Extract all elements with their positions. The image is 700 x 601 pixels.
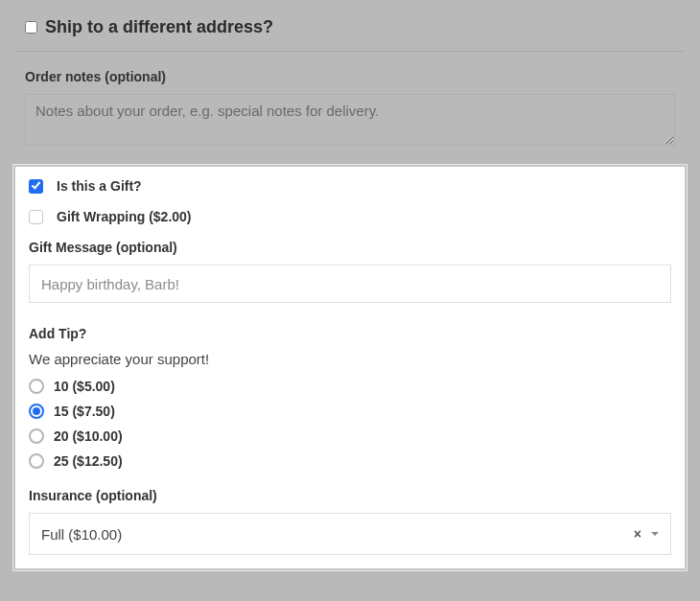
tip-option-25-label[interactable]: 25 ($12.50) [54,453,123,469]
chevron-down-icon [651,532,659,536]
insurance-selected-value: Full ($10.00) [41,526,634,543]
tip-option-15-radio[interactable] [29,404,44,419]
insurance-label: Insurance (optional) [29,488,671,503]
tip-subtext: We appreciate your support! [29,351,671,367]
tip-option-25-radio[interactable] [29,453,44,469]
tip-option-15-label[interactable]: 15 ($7.50) [54,404,115,419]
tip-option-10-radio[interactable] [29,379,44,394]
order-notes-label: Order notes (optional) [25,69,675,84]
gift-message-input[interactable] [29,265,671,303]
is-gift-checkbox[interactable] [29,179,43,194]
insurance-clear-icon[interactable]: × [634,526,642,542]
gift-tip-insurance-panel: Is this a Gift? Gift Wrapping ($2.00) Gi… [13,165,687,570]
gift-message-label: Gift Message (optional) [29,240,671,255]
ship-to-different-label[interactable]: Ship to a different address? [45,17,273,37]
ship-to-different-checkbox[interactable] [25,21,37,34]
is-gift-label[interactable]: Is this a Gift? [57,178,142,194]
tip-option-20-label[interactable]: 20 ($10.00) [54,428,123,444]
gift-wrap-checkbox[interactable] [29,210,43,224]
insurance-select[interactable]: Full ($10.00) × [29,513,671,555]
order-notes-input[interactable] [25,94,675,146]
tip-option-10-label[interactable]: 10 ($5.00) [54,379,115,394]
gift-wrap-label[interactable]: Gift Wrapping ($2.00) [57,209,192,224]
tip-label: Add Tip? [29,326,671,341]
tip-option-20-radio[interactable] [29,428,44,444]
